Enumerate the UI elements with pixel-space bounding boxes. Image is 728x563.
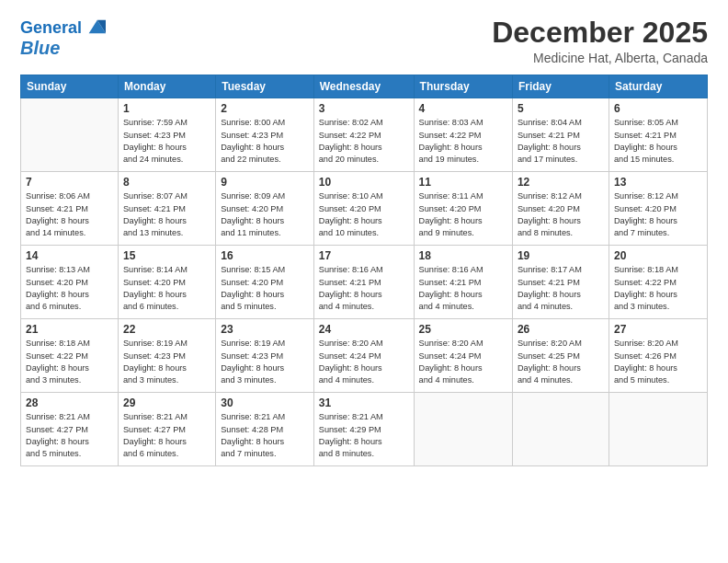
calendar-cell: 19Sunrise: 8:17 AM Sunset: 4:21 PM Dayli… [512,246,609,319]
calendar-cell: 7Sunrise: 8:06 AM Sunset: 4:21 PM Daylig… [21,172,119,246]
calendar-cell [512,393,609,466]
day-number: 26 [518,323,604,336]
day-info: Sunrise: 8:16 AM Sunset: 4:21 PM Dayligh… [319,264,409,313]
calendar-week-row: 14Sunrise: 8:13 AM Sunset: 4:20 PM Dayli… [21,246,708,319]
day-number: 31 [319,396,409,409]
calendar-cell: 29Sunrise: 8:21 AM Sunset: 4:27 PM Dayli… [118,393,215,466]
calendar-week-row: 28Sunrise: 8:21 AM Sunset: 4:27 PM Dayli… [21,393,708,466]
day-info: Sunrise: 8:21 AM Sunset: 4:29 PM Dayligh… [319,411,409,460]
day-info: Sunrise: 8:20 AM Sunset: 4:25 PM Dayligh… [518,338,604,386]
day-info: Sunrise: 8:20 AM Sunset: 4:24 PM Dayligh… [319,338,409,386]
day-info: Sunrise: 8:13 AM Sunset: 4:20 PM Dayligh… [26,264,113,313]
calendar-cell: 28Sunrise: 8:21 AM Sunset: 4:27 PM Dayli… [21,393,119,466]
weekday-header-tuesday: Tuesday [216,75,314,98]
calendar-cell: 31Sunrise: 8:21 AM Sunset: 4:29 PM Dayli… [313,393,414,466]
day-info: Sunrise: 8:12 AM Sunset: 4:20 PM Dayligh… [518,190,604,239]
day-number: 21 [26,323,113,336]
weekday-header-saturday: Saturday [609,75,707,98]
page: General Blue December 2025 Medicine Hat,… [0,0,728,563]
day-info: Sunrise: 8:19 AM Sunset: 4:23 PM Dayligh… [123,338,210,386]
day-number: 25 [419,323,507,336]
weekday-header-wednesday: Wednesday [313,75,414,98]
calendar-cell: 11Sunrise: 8:11 AM Sunset: 4:20 PM Dayli… [414,172,512,246]
day-number: 10 [319,176,409,189]
day-info: Sunrise: 7:59 AM Sunset: 4:23 PM Dayligh… [123,117,210,166]
calendar-cell [21,98,119,172]
calendar-cell: 12Sunrise: 8:12 AM Sunset: 4:20 PM Dayli… [512,172,609,246]
calendar-cell: 14Sunrise: 8:13 AM Sunset: 4:20 PM Dayli… [21,246,119,319]
day-info: Sunrise: 8:12 AM Sunset: 4:20 PM Dayligh… [614,190,702,239]
day-number: 24 [319,323,409,336]
day-number: 9 [221,176,309,189]
calendar-cell: 4Sunrise: 8:03 AM Sunset: 4:22 PM Daylig… [414,98,512,172]
day-info: Sunrise: 8:02 AM Sunset: 4:22 PM Dayligh… [319,117,409,166]
calendar-cell: 20Sunrise: 8:18 AM Sunset: 4:22 PM Dayli… [609,246,707,319]
calendar-cell: 25Sunrise: 8:20 AM Sunset: 4:24 PM Dayli… [414,319,512,393]
day-number: 20 [614,249,702,262]
calendar-cell: 13Sunrise: 8:12 AM Sunset: 4:20 PM Dayli… [609,172,707,246]
day-number: 28 [26,396,113,409]
day-info: Sunrise: 8:10 AM Sunset: 4:20 PM Dayligh… [319,190,409,239]
weekday-header-sunday: Sunday [21,75,119,98]
day-number: 5 [518,102,604,115]
day-info: Sunrise: 8:20 AM Sunset: 4:26 PM Dayligh… [614,338,702,386]
day-number: 17 [319,249,409,262]
day-info: Sunrise: 8:15 AM Sunset: 4:20 PM Dayligh… [221,264,309,313]
day-info: Sunrise: 8:11 AM Sunset: 4:20 PM Dayligh… [419,190,507,239]
day-info: Sunrise: 8:21 AM Sunset: 4:27 PM Dayligh… [123,411,210,460]
day-number: 4 [419,102,507,115]
day-number: 2 [221,102,309,115]
calendar-cell: 15Sunrise: 8:14 AM Sunset: 4:20 PM Dayli… [118,246,215,319]
calendar-week-row: 7Sunrise: 8:06 AM Sunset: 4:21 PM Daylig… [21,172,708,246]
day-info: Sunrise: 8:09 AM Sunset: 4:20 PM Dayligh… [221,190,309,239]
calendar-cell: 27Sunrise: 8:20 AM Sunset: 4:26 PM Dayli… [609,319,707,393]
day-info: Sunrise: 8:18 AM Sunset: 4:22 PM Dayligh… [614,264,702,313]
day-info: Sunrise: 8:03 AM Sunset: 4:22 PM Dayligh… [419,117,507,166]
day-info: Sunrise: 8:21 AM Sunset: 4:28 PM Dayligh… [221,411,309,460]
calendar-cell: 26Sunrise: 8:20 AM Sunset: 4:25 PM Dayli… [512,319,609,393]
day-info: Sunrise: 8:04 AM Sunset: 4:21 PM Dayligh… [518,117,604,166]
day-number: 1 [123,102,210,115]
day-info: Sunrise: 8:21 AM Sunset: 4:27 PM Dayligh… [26,411,113,460]
header: General Blue December 2025 Medicine Hat,… [20,17,708,65]
title-block: December 2025 Medicine Hat, Alberta, Can… [492,17,708,65]
calendar-week-row: 21Sunrise: 8:18 AM Sunset: 4:22 PM Dayli… [21,319,708,393]
weekday-header-thursday: Thursday [414,75,512,98]
calendar-cell: 16Sunrise: 8:15 AM Sunset: 4:20 PM Dayli… [216,246,314,319]
calendar-cell: 6Sunrise: 8:05 AM Sunset: 4:21 PM Daylig… [609,98,707,172]
location-title: Medicine Hat, Alberta, Canada [492,51,708,65]
day-number: 13 [614,176,702,189]
day-info: Sunrise: 8:19 AM Sunset: 4:23 PM Dayligh… [221,338,309,386]
day-number: 14 [26,249,113,262]
day-number: 30 [221,396,309,409]
calendar-cell: 21Sunrise: 8:18 AM Sunset: 4:22 PM Dayli… [21,319,119,393]
day-number: 11 [419,176,507,189]
day-number: 3 [319,102,409,115]
month-title: December 2025 [492,17,708,49]
day-info: Sunrise: 8:20 AM Sunset: 4:24 PM Dayligh… [419,338,507,386]
day-number: 19 [518,249,604,262]
day-number: 7 [26,176,113,189]
day-number: 29 [123,396,210,409]
day-info: Sunrise: 8:16 AM Sunset: 4:21 PM Dayligh… [419,264,507,313]
day-number: 22 [123,323,210,336]
calendar-cell: 5Sunrise: 8:04 AM Sunset: 4:21 PM Daylig… [512,98,609,172]
day-number: 6 [614,102,702,115]
calendar-cell: 9Sunrise: 8:09 AM Sunset: 4:20 PM Daylig… [216,172,314,246]
day-number: 16 [221,249,309,262]
weekday-header-row: SundayMondayTuesdayWednesdayThursdayFrid… [21,75,708,98]
calendar-cell: 24Sunrise: 8:20 AM Sunset: 4:24 PM Dayli… [313,319,414,393]
day-info: Sunrise: 8:00 AM Sunset: 4:23 PM Dayligh… [221,117,309,166]
calendar-cell: 3Sunrise: 8:02 AM Sunset: 4:22 PM Daylig… [313,98,414,172]
day-number: 12 [518,176,604,189]
logo-text-blue: Blue [20,39,60,57]
day-number: 15 [123,249,210,262]
day-info: Sunrise: 8:06 AM Sunset: 4:21 PM Dayligh… [26,190,113,239]
calendar-cell: 17Sunrise: 8:16 AM Sunset: 4:21 PM Dayli… [313,246,414,319]
logo: General Blue [20,17,106,57]
day-number: 18 [419,249,507,262]
calendar-table: SundayMondayTuesdayWednesdayThursdayFrid… [20,75,708,466]
logo-icon [85,17,106,37]
day-info: Sunrise: 8:17 AM Sunset: 4:21 PM Dayligh… [518,264,604,313]
day-number: 8 [123,176,210,189]
